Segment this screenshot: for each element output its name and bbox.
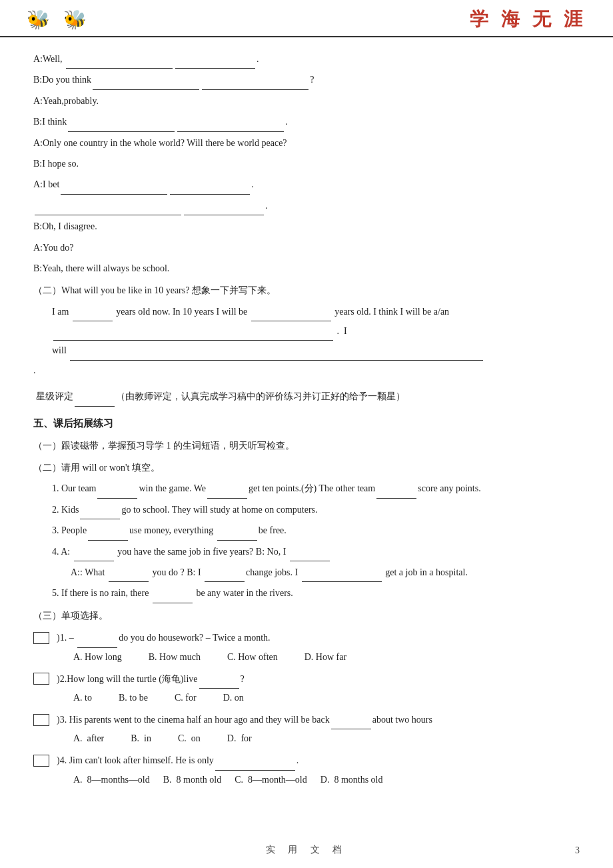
blank-a4-1[interactable]	[61, 194, 167, 195]
bee-icon-2: 🐝	[63, 9, 87, 31]
blank-b1-2[interactable]	[202, 89, 308, 90]
post1: （一）跟读磁带，掌握预习导学 1 的生词短语，明天听写检查。	[33, 436, 580, 455]
ex4-a: 4. A: you have the same job in five year…	[33, 542, 580, 561]
post2: （二）请用 will or won't 填空。	[33, 458, 580, 477]
blank-ex4-2[interactable]	[290, 561, 330, 561]
q2-optA: A. to	[73, 689, 92, 707]
blank-age2[interactable]	[251, 321, 331, 321]
q4-text: )4. Jim can't look after himself. He is …	[52, 751, 299, 770]
dialog-b2: B:I think.	[33, 112, 580, 131]
section5-title: 五、课后拓展练习	[33, 413, 580, 433]
header: 🐝 🐝 学 海 无 涯	[0, 0, 613, 37]
blank-b2-1[interactable]	[68, 131, 175, 132]
header-title: 学 海 无 涯	[470, 7, 586, 32]
ex5: 5. If there is no rain, there be any wat…	[33, 583, 580, 603]
q2-options: A. to B. to be C. for D. on	[73, 689, 580, 707]
section2-line2: will	[52, 341, 580, 360]
q2-text: )2.How long will the turtle (海龟)live?	[52, 669, 245, 689]
blank-a4-2[interactable]	[170, 194, 250, 195]
content: A:Well, . B:Do you think? A:Yeah,probabl…	[0, 37, 613, 811]
ex1: 1. Our teamwin the game. Weget ten point…	[33, 479, 580, 498]
q2-optD: D. on	[223, 689, 244, 707]
q3-text: )3. His parents went to the cinema half …	[52, 710, 432, 729]
dialog-b1: B:Do you think?	[33, 70, 580, 89]
q1-optD: D. How far	[305, 648, 346, 667]
star-line: 星级评定（由教师评定，认真完成学习稿中的评价练习并订正好的给予一颗星）	[33, 387, 580, 406]
q1-optB: B. How much	[149, 648, 201, 667]
blank-ex3-1[interactable]	[88, 540, 128, 541]
blank-ex1-2[interactable]	[207, 498, 247, 499]
blank-extra-2[interactable]	[184, 215, 264, 215]
q4-row: )4. Jim can't look after himself. He is …	[33, 751, 580, 770]
blank-ex1-3[interactable]	[376, 498, 416, 499]
q3-options: A. after B. in C. on D. for	[73, 729, 580, 748]
blank-ex3-2[interactable]	[217, 540, 257, 541]
blank-a1-2[interactable]	[175, 68, 255, 69]
q1-optA: A. How long	[73, 648, 122, 667]
blank-ex2[interactable]	[80, 519, 120, 519]
blank-b1-1[interactable]	[93, 89, 199, 90]
blank-ex4-5[interactable]	[302, 581, 382, 582]
q2-optC: C. for	[175, 689, 197, 707]
blank-ex4-3[interactable]	[109, 581, 149, 582]
dialog-a2: A:Yeah,probably.	[33, 91, 580, 111]
q4-optD: D. 8 months old	[320, 771, 383, 789]
page: 🐝 🐝 学 海 无 涯 A:Well, . B:Do you think? A:…	[0, 0, 613, 868]
q4-optA: A. 8—months—old	[73, 771, 150, 789]
blank-will[interactable]	[70, 360, 483, 361]
q4-options: A. 8—months—old B. 8 month old C. 8—mont…	[73, 771, 580, 789]
bee-icon-1: 🐝	[27, 9, 50, 31]
blank-ex4-1[interactable]	[74, 561, 114, 561]
q3-row: )3. His parents went to the cinema half …	[33, 710, 580, 729]
q1-optC: C. How often	[227, 648, 278, 667]
q3-optD: D. for	[227, 729, 252, 748]
section3-title: （三）单项选择。	[33, 606, 580, 625]
q2-bracket[interactable]	[33, 673, 49, 685]
ex2: 2. Kidsgo to school. They will study at …	[33, 500, 580, 519]
q4-optC: C. 8—month—old	[235, 771, 307, 789]
ex4-b: A:: What you do ? B: I change jobs. I ge…	[33, 563, 580, 582]
footer-page: 3	[575, 845, 580, 856]
blank-ex4-4[interactable]	[205, 581, 245, 582]
q2-optB: B. to be	[119, 689, 148, 707]
q4-optB: B. 8 month old	[163, 771, 222, 789]
header-left: 🐝 🐝	[27, 9, 87, 31]
q1-num: )1. – do you do housework? – Twice a mon…	[52, 628, 271, 647]
blank-b2-2[interactable]	[177, 131, 284, 132]
blank-a1-1[interactable]	[66, 68, 173, 69]
blank-extra-1[interactable]	[35, 215, 181, 215]
q3-optB: B. in	[131, 729, 151, 748]
dialog-b3: B:I hope so.	[33, 154, 580, 173]
dialog-a4: A:I bet.	[33, 175, 580, 194]
ex3: 3. Peopleuse money, everything be free.	[33, 521, 580, 540]
q4-bracket[interactable]	[33, 755, 49, 767]
q3-bracket[interactable]	[33, 714, 49, 726]
blank-age1[interactable]	[73, 321, 113, 321]
blank-ex1-1[interactable]	[97, 498, 137, 499]
blank-q3[interactable]	[331, 729, 371, 729]
q1-bracket[interactable]	[33, 632, 49, 644]
blank-star[interactable]	[75, 406, 115, 407]
q1-row: )1. – do you do housework? – Twice a mon…	[33, 628, 580, 647]
section2-title: （二）What will you be like in 10 years? 想象…	[33, 281, 580, 300]
q3-optA: A. after	[73, 729, 104, 748]
q2-row: )2.How long will the turtle (海龟)live?	[33, 669, 580, 689]
dialog-a1: A:Well, .	[33, 49, 580, 69]
section2-line3: .	[33, 361, 580, 380]
blank-ex5[interactable]	[153, 603, 193, 603]
dialog-a3: A:Only one country in the whole world? W…	[33, 133, 580, 153]
dialog-extra: .	[33, 196, 580, 215]
dialog-b4: B:Oh, I disagree.	[33, 217, 580, 236]
dialog-b5: B:Yeah, there will always be school.	[33, 259, 580, 278]
section2-line1: I am years old now. In 10 years I will b…	[52, 302, 580, 341]
q3-optC: C. on	[178, 729, 201, 748]
dialog-a5: A:You do?	[33, 238, 580, 257]
footer-text: 实 用 文 档	[0, 844, 613, 856]
q1-options: A. How long B. How much C. How often D. …	[73, 648, 580, 667]
